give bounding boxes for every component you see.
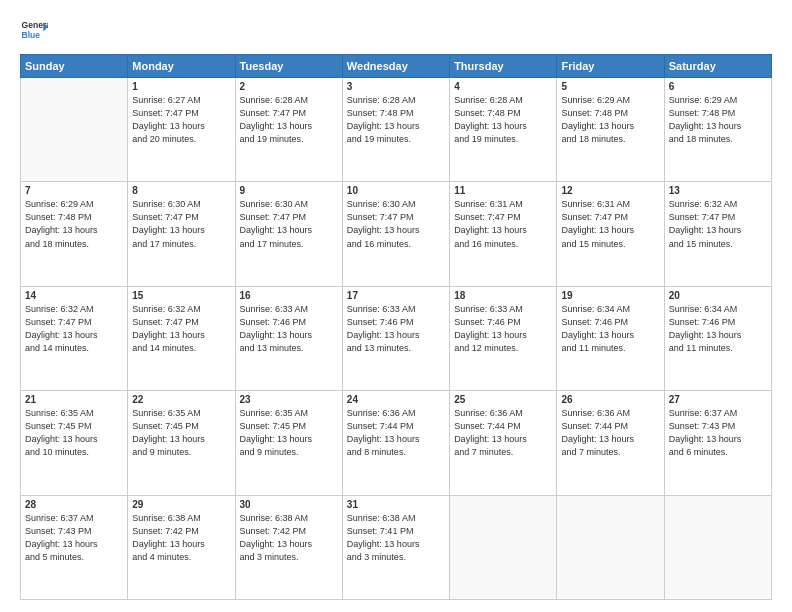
weekday-header-row: SundayMondayTuesdayWednesdayThursdayFrid…	[21, 55, 772, 78]
day-number: 4	[454, 81, 552, 92]
calendar-cell: 8Sunrise: 6:30 AM Sunset: 7:47 PM Daylig…	[128, 182, 235, 286]
day-number: 10	[347, 185, 445, 196]
day-info: Sunrise: 6:28 AM Sunset: 7:47 PM Dayligh…	[240, 94, 338, 146]
calendar-cell: 18Sunrise: 6:33 AM Sunset: 7:46 PM Dayli…	[450, 286, 557, 390]
day-number: 12	[561, 185, 659, 196]
day-info: Sunrise: 6:35 AM Sunset: 7:45 PM Dayligh…	[132, 407, 230, 459]
calendar-cell: 7Sunrise: 6:29 AM Sunset: 7:48 PM Daylig…	[21, 182, 128, 286]
calendar-cell: 15Sunrise: 6:32 AM Sunset: 7:47 PM Dayli…	[128, 286, 235, 390]
day-number: 30	[240, 499, 338, 510]
calendar-cell: 1Sunrise: 6:27 AM Sunset: 7:47 PM Daylig…	[128, 78, 235, 182]
calendar-cell: 29Sunrise: 6:38 AM Sunset: 7:42 PM Dayli…	[128, 495, 235, 599]
day-number: 9	[240, 185, 338, 196]
calendar-cell: 23Sunrise: 6:35 AM Sunset: 7:45 PM Dayli…	[235, 391, 342, 495]
weekday-header-sunday: Sunday	[21, 55, 128, 78]
day-number: 13	[669, 185, 767, 196]
day-info: Sunrise: 6:37 AM Sunset: 7:43 PM Dayligh…	[669, 407, 767, 459]
day-info: Sunrise: 6:31 AM Sunset: 7:47 PM Dayligh…	[561, 198, 659, 250]
day-info: Sunrise: 6:32 AM Sunset: 7:47 PM Dayligh…	[132, 303, 230, 355]
header: General Blue	[20, 16, 772, 44]
weekday-header-monday: Monday	[128, 55, 235, 78]
calendar-cell: 16Sunrise: 6:33 AM Sunset: 7:46 PM Dayli…	[235, 286, 342, 390]
weekday-header-saturday: Saturday	[664, 55, 771, 78]
day-number: 27	[669, 394, 767, 405]
day-info: Sunrise: 6:29 AM Sunset: 7:48 PM Dayligh…	[25, 198, 123, 250]
day-info: Sunrise: 6:36 AM Sunset: 7:44 PM Dayligh…	[347, 407, 445, 459]
calendar-cell: 24Sunrise: 6:36 AM Sunset: 7:44 PM Dayli…	[342, 391, 449, 495]
calendar-cell: 2Sunrise: 6:28 AM Sunset: 7:47 PM Daylig…	[235, 78, 342, 182]
calendar-cell	[21, 78, 128, 182]
calendar-cell: 14Sunrise: 6:32 AM Sunset: 7:47 PM Dayli…	[21, 286, 128, 390]
weekday-header-thursday: Thursday	[450, 55, 557, 78]
day-info: Sunrise: 6:28 AM Sunset: 7:48 PM Dayligh…	[454, 94, 552, 146]
calendar-cell: 21Sunrise: 6:35 AM Sunset: 7:45 PM Dayli…	[21, 391, 128, 495]
week-row-5: 28Sunrise: 6:37 AM Sunset: 7:43 PM Dayli…	[21, 495, 772, 599]
day-number: 1	[132, 81, 230, 92]
day-info: Sunrise: 6:32 AM Sunset: 7:47 PM Dayligh…	[25, 303, 123, 355]
svg-text:Blue: Blue	[22, 30, 41, 40]
weekday-header-friday: Friday	[557, 55, 664, 78]
week-row-1: 1Sunrise: 6:27 AM Sunset: 7:47 PM Daylig…	[21, 78, 772, 182]
day-info: Sunrise: 6:35 AM Sunset: 7:45 PM Dayligh…	[25, 407, 123, 459]
day-info: Sunrise: 6:33 AM Sunset: 7:46 PM Dayligh…	[240, 303, 338, 355]
day-number: 31	[347, 499, 445, 510]
day-number: 19	[561, 290, 659, 301]
day-number: 2	[240, 81, 338, 92]
calendar-cell	[664, 495, 771, 599]
calendar-cell: 6Sunrise: 6:29 AM Sunset: 7:48 PM Daylig…	[664, 78, 771, 182]
weekday-header-tuesday: Tuesday	[235, 55, 342, 78]
day-number: 23	[240, 394, 338, 405]
logo-icon: General Blue	[20, 16, 48, 44]
calendar-cell: 19Sunrise: 6:34 AM Sunset: 7:46 PM Dayli…	[557, 286, 664, 390]
calendar-cell: 25Sunrise: 6:36 AM Sunset: 7:44 PM Dayli…	[450, 391, 557, 495]
day-info: Sunrise: 6:38 AM Sunset: 7:41 PM Dayligh…	[347, 512, 445, 564]
day-number: 17	[347, 290, 445, 301]
day-info: Sunrise: 6:27 AM Sunset: 7:47 PM Dayligh…	[132, 94, 230, 146]
weekday-header-wednesday: Wednesday	[342, 55, 449, 78]
day-number: 6	[669, 81, 767, 92]
day-number: 16	[240, 290, 338, 301]
calendar-cell: 9Sunrise: 6:30 AM Sunset: 7:47 PM Daylig…	[235, 182, 342, 286]
calendar-cell	[557, 495, 664, 599]
calendar-cell: 26Sunrise: 6:36 AM Sunset: 7:44 PM Dayli…	[557, 391, 664, 495]
day-info: Sunrise: 6:34 AM Sunset: 7:46 PM Dayligh…	[561, 303, 659, 355]
calendar-cell: 3Sunrise: 6:28 AM Sunset: 7:48 PM Daylig…	[342, 78, 449, 182]
week-row-3: 14Sunrise: 6:32 AM Sunset: 7:47 PM Dayli…	[21, 286, 772, 390]
calendar-cell: 4Sunrise: 6:28 AM Sunset: 7:48 PM Daylig…	[450, 78, 557, 182]
day-number: 15	[132, 290, 230, 301]
day-number: 20	[669, 290, 767, 301]
calendar-cell: 13Sunrise: 6:32 AM Sunset: 7:47 PM Dayli…	[664, 182, 771, 286]
day-info: Sunrise: 6:30 AM Sunset: 7:47 PM Dayligh…	[347, 198, 445, 250]
day-number: 22	[132, 394, 230, 405]
day-info: Sunrise: 6:33 AM Sunset: 7:46 PM Dayligh…	[454, 303, 552, 355]
calendar-cell: 28Sunrise: 6:37 AM Sunset: 7:43 PM Dayli…	[21, 495, 128, 599]
calendar-cell	[450, 495, 557, 599]
day-info: Sunrise: 6:38 AM Sunset: 7:42 PM Dayligh…	[132, 512, 230, 564]
day-info: Sunrise: 6:36 AM Sunset: 7:44 PM Dayligh…	[454, 407, 552, 459]
calendar-cell: 10Sunrise: 6:30 AM Sunset: 7:47 PM Dayli…	[342, 182, 449, 286]
day-info: Sunrise: 6:36 AM Sunset: 7:44 PM Dayligh…	[561, 407, 659, 459]
day-info: Sunrise: 6:32 AM Sunset: 7:47 PM Dayligh…	[669, 198, 767, 250]
day-info: Sunrise: 6:30 AM Sunset: 7:47 PM Dayligh…	[240, 198, 338, 250]
week-row-4: 21Sunrise: 6:35 AM Sunset: 7:45 PM Dayli…	[21, 391, 772, 495]
calendar-cell: 30Sunrise: 6:38 AM Sunset: 7:42 PM Dayli…	[235, 495, 342, 599]
calendar-cell: 5Sunrise: 6:29 AM Sunset: 7:48 PM Daylig…	[557, 78, 664, 182]
calendar-cell: 27Sunrise: 6:37 AM Sunset: 7:43 PM Dayli…	[664, 391, 771, 495]
calendar-cell: 11Sunrise: 6:31 AM Sunset: 7:47 PM Dayli…	[450, 182, 557, 286]
calendar-cell: 31Sunrise: 6:38 AM Sunset: 7:41 PM Dayli…	[342, 495, 449, 599]
calendar-cell: 12Sunrise: 6:31 AM Sunset: 7:47 PM Dayli…	[557, 182, 664, 286]
day-number: 5	[561, 81, 659, 92]
day-number: 18	[454, 290, 552, 301]
day-number: 11	[454, 185, 552, 196]
day-info: Sunrise: 6:29 AM Sunset: 7:48 PM Dayligh…	[669, 94, 767, 146]
logo: General Blue	[20, 16, 48, 44]
day-number: 25	[454, 394, 552, 405]
calendar-table: SundayMondayTuesdayWednesdayThursdayFrid…	[20, 54, 772, 600]
day-number: 3	[347, 81, 445, 92]
day-info: Sunrise: 6:34 AM Sunset: 7:46 PM Dayligh…	[669, 303, 767, 355]
day-info: Sunrise: 6:30 AM Sunset: 7:47 PM Dayligh…	[132, 198, 230, 250]
calendar-cell: 20Sunrise: 6:34 AM Sunset: 7:46 PM Dayli…	[664, 286, 771, 390]
day-info: Sunrise: 6:29 AM Sunset: 7:48 PM Dayligh…	[561, 94, 659, 146]
day-number: 24	[347, 394, 445, 405]
day-number: 28	[25, 499, 123, 510]
